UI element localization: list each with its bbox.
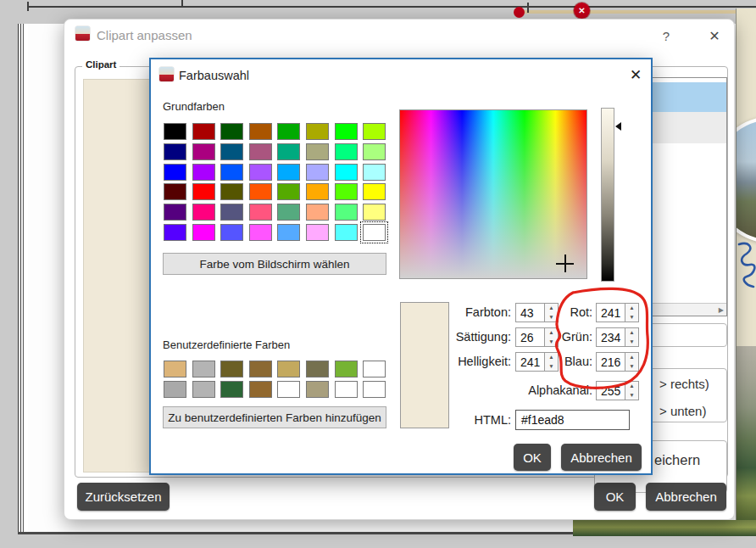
red-input[interactable]: 241 (596, 303, 625, 322)
clipart-ok-button[interactable]: OK (594, 483, 636, 511)
color-swatch[interactable] (249, 164, 272, 181)
color-swatch[interactable] (277, 204, 300, 221)
color-swatch[interactable] (335, 143, 358, 160)
spin-down-icon[interactable]: ▼ (625, 338, 638, 347)
color-swatch[interactable] (363, 164, 386, 181)
green-input[interactable]: 234 (596, 327, 625, 347)
color-swatch[interactable] (335, 224, 358, 241)
color-swatch[interactable] (164, 361, 186, 377)
color-swatch[interactable] (220, 164, 243, 181)
scroll-right-icon[interactable]: ▶ (719, 306, 724, 314)
color-swatch[interactable] (306, 183, 329, 200)
help-button[interactable]: ? (658, 26, 675, 45)
blue-input[interactable]: 216 (596, 352, 625, 372)
color-swatch[interactable] (164, 204, 186, 221)
color-swatch[interactable] (220, 143, 243, 160)
color-swatch[interactable] (249, 381, 272, 398)
color-swatch[interactable] (335, 381, 358, 398)
color-swatch[interactable] (192, 183, 215, 200)
reset-button[interactable]: Zurücksetzen (77, 483, 170, 511)
color-swatch[interactable] (164, 224, 186, 241)
color-swatch[interactable] (277, 224, 300, 241)
color-swatch[interactable] (164, 183, 186, 200)
color-swatch[interactable] (164, 143, 186, 160)
color-swatch[interactable] (164, 381, 186, 398)
rotate-handle-icon[interactable]: ✕ (574, 3, 590, 19)
color-swatch[interactable] (335, 204, 358, 221)
slider-arrow-icon[interactable] (615, 122, 621, 131)
color-swatch[interactable] (249, 123, 272, 140)
color-swatch[interactable] (249, 204, 272, 221)
color-swatch[interactable] (277, 143, 300, 160)
color-swatch[interactable] (306, 204, 329, 221)
color-swatch[interactable] (192, 143, 215, 160)
color-swatch[interactable] (306, 361, 329, 377)
blue-spinner[interactable]: ▲ ▼ (625, 352, 639, 372)
color-swatch[interactable] (249, 224, 272, 241)
color-swatch[interactable] (277, 183, 300, 200)
color-swatch[interactable] (277, 381, 300, 398)
color-swatch[interactable] (220, 224, 243, 241)
color-swatch[interactable] (164, 123, 186, 140)
color-swatch[interactable] (363, 143, 386, 160)
add-custom-color-button[interactable]: Zu benutzerdefinierten Farben hinzufügen (163, 406, 386, 428)
red-spinner[interactable]: ▲ ▼ (625, 303, 639, 322)
color-swatch[interactable] (306, 224, 329, 241)
option-unten[interactable]: > unten) (659, 404, 706, 418)
color-swatch[interactable] (363, 361, 386, 377)
saturation-value-map[interactable] (399, 109, 587, 279)
red-marker-dot[interactable] (514, 7, 525, 18)
alpha-spinner[interactable]: ▲ ▼ (625, 381, 639, 400)
color-swatch[interactable] (164, 164, 186, 181)
color-swatch[interactable] (363, 204, 386, 221)
color-swatch[interactable] (363, 183, 386, 200)
pick-from-screen-button[interactable]: Farbe vom Bildschirm wählen (163, 253, 386, 275)
spin-down-icon[interactable]: ▼ (625, 313, 638, 322)
spin-up-icon[interactable]: ▲ (625, 353, 638, 362)
color-swatch[interactable] (220, 381, 243, 398)
color-swatch[interactable] (220, 183, 243, 200)
color-swatch[interactable] (363, 381, 386, 398)
html-input[interactable]: #f1ead8 (515, 410, 630, 430)
color-swatch[interactable] (306, 123, 329, 140)
spin-down-icon[interactable]: ▼ (625, 362, 638, 372)
spin-up-icon[interactable]: ▲ (625, 304, 638, 313)
close-icon[interactable]: ✕ (625, 64, 646, 85)
color-swatch[interactable] (335, 361, 358, 377)
crosshair-marker[interactable] (556, 254, 574, 272)
color-swatch[interactable] (249, 183, 272, 200)
color-swatch[interactable] (220, 361, 243, 377)
color-swatch[interactable] (220, 204, 243, 221)
spin-up-icon[interactable]: ▲ (625, 382, 638, 391)
color-swatch[interactable] (306, 143, 329, 160)
color-ok-button[interactable]: OK (514, 444, 551, 471)
alpha-input[interactable]: 255 (596, 381, 625, 400)
color-swatch[interactable] (220, 123, 243, 140)
color-swatch[interactable] (277, 123, 300, 140)
spin-down-icon[interactable]: ▼ (625, 391, 638, 400)
color-swatch[interactable] (277, 164, 300, 181)
color-swatch[interactable] (192, 361, 215, 377)
color-swatch[interactable] (363, 224, 386, 241)
color-swatch[interactable] (192, 204, 215, 221)
color-cancel-button[interactable]: Abbrechen (561, 444, 642, 471)
spin-up-icon[interactable]: ▲ (625, 328, 638, 338)
color-swatch[interactable] (192, 224, 215, 241)
color-swatch[interactable] (335, 183, 358, 200)
color-swatch[interactable] (192, 164, 215, 181)
option-rechts[interactable]: > rechts) (659, 377, 709, 391)
save-button-fragment[interactable]: eichern (654, 452, 700, 468)
color-swatch[interactable] (335, 164, 358, 181)
close-icon[interactable]: ✕ (705, 25, 724, 46)
color-swatch[interactable] (335, 123, 358, 140)
green-spinner[interactable]: ▲ ▼ (625, 327, 639, 347)
color-swatch[interactable] (192, 123, 215, 140)
color-swatch[interactable] (192, 381, 215, 398)
brightness-slider[interactable] (601, 108, 614, 282)
color-swatch[interactable] (363, 123, 386, 140)
color-swatch[interactable] (306, 164, 329, 181)
color-swatch[interactable] (306, 381, 329, 398)
color-swatch[interactable] (277, 361, 300, 377)
clipart-cancel-button[interactable]: Abbrechen (646, 483, 726, 511)
color-swatch[interactable] (249, 143, 272, 160)
